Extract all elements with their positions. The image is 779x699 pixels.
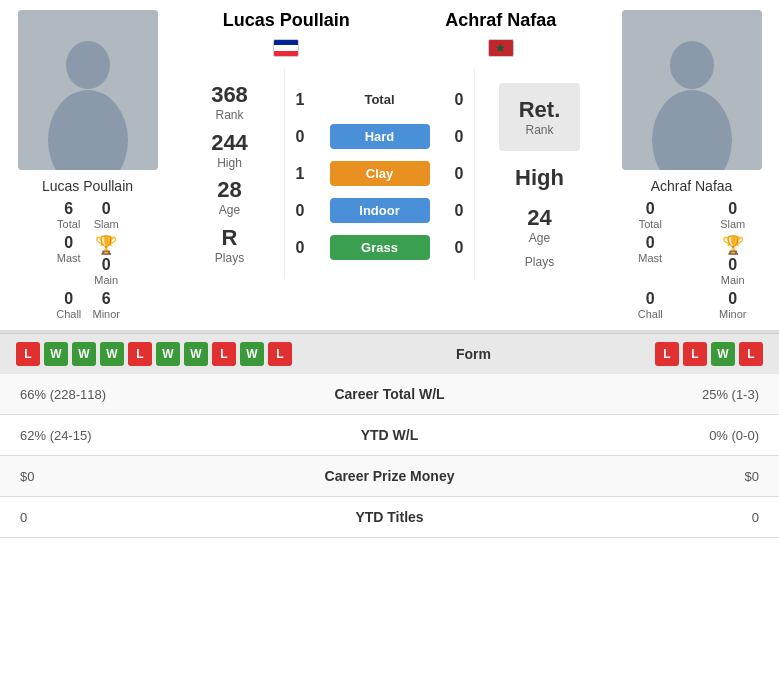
left-rank-stat: 368 Rank (211, 82, 248, 122)
left-player-card: Lucas Poullain 6 Total 0 Slam 0 Mast 🏆 0 (0, 0, 175, 330)
form-label: Form (456, 346, 491, 362)
stats-row: 66% (228-118) Career Total W/L 25% (1-3) (0, 374, 779, 415)
form-badge-left: W (240, 342, 264, 366)
center-names-row: Lucas Poullain Achraf Nafaa (175, 0, 604, 68)
trophy-icon-left: 🏆 (95, 234, 117, 256)
left-rank-value: 368 (211, 82, 248, 108)
left-mast-label: Mast (57, 252, 81, 264)
stats-row: $0 Career Prize Money $0 (0, 456, 779, 497)
right-chall-stat: 0 Chall (614, 290, 687, 320)
clay-score-right: 0 (444, 165, 474, 183)
total-score-right: 0 (444, 91, 474, 109)
right-chall-value: 0 (646, 290, 655, 308)
form-badge-right: L (683, 342, 707, 366)
stats-row-left: 62% (24-15) (20, 428, 290, 443)
left-player-avatar (18, 10, 158, 170)
right-age-label: Age (527, 231, 551, 245)
right-chall-label: Chall (638, 308, 663, 320)
stats-rows: 66% (228-118) Career Total W/L 25% (1-3)… (0, 374, 779, 538)
left-minor-value: 6 (102, 290, 111, 308)
stats-row-left: 0 (20, 510, 290, 525)
right-player-name: Achraf Nafaa (651, 178, 733, 194)
indoor-badge: Indoor (330, 198, 430, 223)
right-mast-value: 0 (646, 234, 655, 252)
clay-badge: Clay (330, 161, 430, 186)
grass-score-left: 0 (285, 239, 315, 257)
svg-point-1 (48, 90, 128, 170)
left-main-value: 0 (102, 256, 111, 274)
left-age-value: 28 (217, 177, 241, 203)
form-badge-left: L (128, 342, 152, 366)
right-minor-value: 0 (728, 290, 737, 308)
left-minor-label: Minor (93, 308, 121, 320)
hard-score-right: 0 (444, 128, 474, 146)
form-section: LWWWLWWLWL Form LLWL (0, 333, 779, 374)
clay-score-left: 1 (285, 165, 315, 183)
surface-row-clay: 1 Clay 0 (285, 155, 474, 192)
right-minor-stat: 0 Minor (697, 290, 770, 320)
stats-row-right: 0% (0-0) (490, 428, 760, 443)
left-total-value: 6 (64, 200, 73, 218)
left-high-stat: 244 High (211, 130, 248, 170)
top-section: Lucas Poullain 6 Total 0 Slam 0 Mast 🏆 0 (0, 0, 779, 333)
left-mast-stat: 0 Mast (55, 234, 83, 286)
left-stats-grid: 6 Total 0 Slam 0 Mast 🏆 0 Main 0 (55, 200, 120, 320)
right-trophy-main: 🏆 0 Main (697, 234, 770, 286)
right-rank-box: Ret. Rank (499, 83, 581, 151)
left-total-stat: 6 Total (55, 200, 83, 230)
stats-row-center: Career Prize Money (290, 468, 490, 484)
right-age-value: 24 (527, 205, 551, 231)
stats-row: 0 YTD Titles 0 (0, 497, 779, 538)
stats-row-center: YTD Titles (290, 509, 490, 525)
stats-row-right: 25% (1-3) (490, 387, 760, 402)
left-player-name: Lucas Poullain (42, 178, 133, 194)
svg-point-3 (652, 90, 732, 170)
form-badge-left: W (184, 342, 208, 366)
stats-row-center: YTD W/L (290, 427, 490, 443)
right-age-stat: 24 Age (527, 205, 551, 245)
left-slam-stat: 0 Slam (93, 200, 121, 230)
hard-score-left: 0 (285, 128, 315, 146)
left-mast-value: 0 (64, 234, 73, 252)
left-high-value: 244 (211, 130, 248, 156)
left-age-label: Age (217, 203, 241, 217)
left-minor-stat: 6 Minor (93, 290, 121, 320)
left-high-label: High (211, 156, 248, 170)
morocco-flag-icon (488, 39, 514, 57)
right-player-avatar (622, 10, 762, 170)
surface-row-total: 1 Total 0 (285, 81, 474, 118)
svg-point-2 (670, 41, 714, 89)
form-badge-right: L (739, 342, 763, 366)
right-main-label: Main (721, 274, 745, 286)
center-middle: 368 Rank 244 High 28 Age R Plays (175, 68, 604, 279)
right-center-stats: Ret. Rank High 24 Age Plays (474, 68, 604, 279)
right-high-stat: High (515, 165, 564, 191)
left-slam-label: Slam (94, 218, 119, 230)
right-main-value: 0 (728, 256, 737, 274)
grass-score-right: 0 (444, 239, 474, 257)
left-chall-value: 0 (64, 290, 73, 308)
right-center-name: Achraf Nafaa (445, 10, 556, 31)
form-badge-left: W (44, 342, 68, 366)
right-total-value: 0 (646, 200, 655, 218)
left-main-label: Main (94, 274, 118, 286)
left-total-label: Total (57, 218, 80, 230)
left-age-stat: 28 Age (217, 177, 241, 217)
right-player-card: Achraf Nafaa 0 Total 0 Slam 0 Mast 🏆 0 (604, 0, 779, 330)
left-slam-value: 0 (102, 200, 111, 218)
right-rank-label: Rank (519, 123, 561, 137)
total-score-left: 1 (285, 91, 315, 109)
grass-badge: Grass (330, 235, 430, 260)
total-badge: Total (330, 87, 430, 112)
hard-badge: Hard (330, 124, 430, 149)
left-chall-label: Chall (56, 308, 81, 320)
left-rank-label: Rank (211, 108, 248, 122)
stats-row-right: $0 (490, 469, 760, 484)
left-name-block: Lucas Poullain (223, 10, 350, 62)
right-plays-stat: Plays (525, 255, 554, 269)
left-chall-stat: 0 Chall (55, 290, 83, 320)
france-flag-icon (273, 39, 299, 57)
form-badge-left: W (156, 342, 180, 366)
right-stats-grid: 0 Total 0 Slam 0 Mast 🏆 0 Main 0 (614, 200, 769, 320)
form-badge-left: L (268, 342, 292, 366)
